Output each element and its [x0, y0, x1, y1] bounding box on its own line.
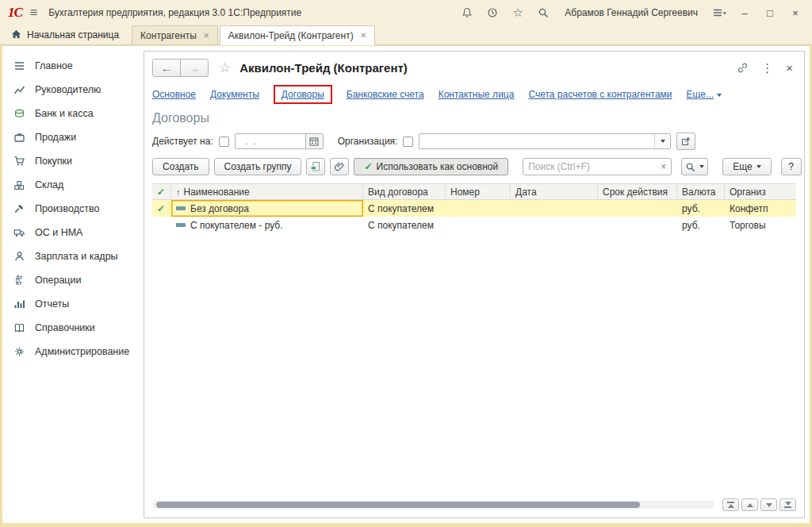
maximize-button[interactable]: □: [761, 5, 779, 21]
get-link-icon[interactable]: [737, 62, 749, 74]
attached-files-button[interactable]: [330, 158, 349, 175]
sidebar-item-label: Склад: [35, 179, 63, 190]
create-group-button[interactable]: Создать группу: [214, 158, 302, 175]
close-window-button[interactable]: ×: [787, 5, 804, 21]
sidebar-item-manager[interactable]: Руководителю: [2, 78, 139, 102]
sidebar-item-purchases[interactable]: Покупки: [2, 149, 139, 173]
combo-dropdown-icon[interactable]: [654, 134, 670, 148]
tab-akvilon-trade[interactable]: Аквилон-Трейд (Контрагент) ×: [220, 25, 375, 45]
name-cell: С покупателем - руб.: [171, 217, 363, 233]
contract-icon: [176, 206, 186, 210]
go-to-top-button[interactable]: [722, 498, 739, 511]
close-form-icon[interactable]: ×: [786, 61, 793, 75]
link-contact-persons[interactable]: Контактные лица: [439, 89, 515, 100]
sidebar-item-sales[interactable]: Продажи: [2, 125, 139, 149]
service-menu-icon[interactable]: [710, 4, 728, 21]
link-settlement-accounts[interactable]: Счета расчетов с контрагентами: [528, 89, 672, 100]
link-documents[interactable]: Документы: [210, 89, 259, 100]
organization-value[interactable]: [419, 134, 654, 148]
date-value[interactable]: . .: [236, 134, 305, 148]
search-options-button[interactable]: [681, 158, 708, 175]
name-cell: Без договора: [171, 200, 363, 217]
column-header-main[interactable]: ✓: [152, 184, 171, 199]
sidebar-item-label: Зарплата и кадры: [35, 251, 118, 262]
sidebar-item-label: Производство: [35, 203, 100, 214]
page-up-button[interactable]: [741, 498, 758, 511]
link-contracts[interactable]: Договоры: [282, 89, 324, 100]
horizontal-scrollbar[interactable]: [152, 501, 714, 509]
forward-button[interactable]: →: [180, 59, 209, 77]
table-row[interactable]: С покупателем - руб. С покупателем руб. …: [152, 217, 796, 233]
bottom-bar: [152, 498, 796, 511]
sidebar-item-main[interactable]: Главное: [2, 54, 139, 78]
column-header-name[interactable]: ↑ Наименование: [171, 184, 363, 199]
column-header-kind[interactable]: Вид договора: [363, 184, 446, 199]
sidebar-item-fixed-assets[interactable]: ОС и НМА: [2, 221, 139, 244]
search-field[interactable]: ×: [523, 158, 672, 175]
more-menu-icon[interactable]: ⋮: [761, 61, 773, 75]
link-bank-accounts[interactable]: Банковские счета: [347, 89, 424, 100]
scrollbar-thumb[interactable]: [156, 502, 640, 508]
notifications-bell-icon[interactable]: [458, 4, 476, 21]
person-icon: [12, 250, 26, 263]
home-icon: [11, 29, 21, 41]
history-icon[interactable]: [484, 4, 501, 21]
sidebar-item-production[interactable]: Производство: [2, 197, 139, 221]
tab-close-icon[interactable]: ×: [361, 30, 366, 41]
workspace: Главное Руководителю Банк и касса Продаж…: [2, 46, 810, 523]
main-menu-icon[interactable]: ≡: [30, 6, 37, 20]
organization-combobox[interactable]: [419, 133, 671, 149]
form-panel: ← → ☆ Аквилон-Трейд (Контрагент) ⋮ × Осн…: [144, 51, 805, 518]
search-input[interactable]: [523, 161, 656, 172]
search-clear-icon[interactable]: ×: [656, 161, 671, 172]
column-header-number[interactable]: Номер: [446, 184, 511, 199]
column-header-term[interactable]: Срок действия: [598, 184, 677, 199]
page-down-button[interactable]: [760, 498, 777, 511]
home-page-tab[interactable]: Начальная страница: [6, 25, 132, 44]
term-cell: [598, 200, 677, 217]
copy-button[interactable]: [306, 158, 325, 175]
sidebar-item-operations[interactable]: Дт Кт Операции: [2, 268, 139, 292]
sidebar-item-label: Покупки: [35, 156, 72, 167]
sidebar-item-label: Руководителю: [35, 84, 101, 95]
table-row[interactable]: ✓ Без договора С покупателем руб. Конфет…: [152, 200, 796, 217]
tab-close-icon[interactable]: ×: [204, 30, 209, 41]
tab-bar: Начальная страница Контрагенты × Аквилон…: [0, 25, 812, 45]
section-title: Договоры: [152, 111, 796, 125]
minimize-button[interactable]: –: [736, 5, 753, 21]
sidebar-item-salary-hr[interactable]: Зарплата и кадры: [2, 244, 139, 268]
table-empty-area: [152, 233, 796, 495]
create-button[interactable]: Создать: [152, 158, 209, 175]
help-button[interactable]: ?: [781, 158, 802, 175]
link-main[interactable]: Основное: [152, 89, 196, 100]
acts-on-date-field[interactable]: . .: [235, 133, 324, 149]
user-name[interactable]: Абрамов Геннадий Сергеевич: [565, 7, 698, 18]
favorite-toggle-star-icon[interactable]: ☆: [219, 60, 231, 76]
sidebar-item-administration[interactable]: Администрирование: [2, 340, 139, 364]
sidebar-item-directories[interactable]: Справочники: [2, 316, 139, 340]
acts-on-checkbox[interactable]: [219, 137, 229, 147]
sidebar-item-label: Отчеты: [35, 298, 69, 310]
sidebar-item-bank-cash[interactable]: Банк и касса: [2, 102, 139, 125]
list-navigation: [722, 498, 796, 511]
boxes-icon: [12, 179, 26, 191]
dt-kt-icon: Дт Кт: [12, 274, 26, 287]
link-more[interactable]: Еще...: [687, 89, 722, 100]
organization-open-button[interactable]: [676, 133, 695, 150]
global-search-icon[interactable]: [534, 4, 552, 21]
use-as-main-button[interactable]: ✓ Использовать как основной: [354, 158, 508, 175]
gear-icon: [12, 345, 26, 358]
tab-kontragenty[interactable]: Контрагенты ×: [132, 25, 218, 44]
sidebar-item-reports[interactable]: Отчеты: [2, 292, 139, 316]
organization-checkbox[interactable]: [403, 137, 413, 147]
more-actions-button[interactable]: Еще: [722, 158, 771, 175]
column-header-currency[interactable]: Валюта: [677, 184, 725, 199]
filter-row: Действует на: . . Организация:: [152, 133, 796, 150]
go-to-bottom-button[interactable]: [779, 498, 796, 511]
back-button[interactable]: ←: [152, 59, 181, 77]
sidebar-item-warehouse[interactable]: Склад: [2, 173, 139, 197]
column-header-org[interactable]: Организ: [725, 184, 796, 199]
favorites-star-icon[interactable]: ☆: [509, 4, 527, 21]
column-header-date[interactable]: Дата: [511, 184, 598, 199]
calendar-icon[interactable]: [305, 134, 323, 148]
